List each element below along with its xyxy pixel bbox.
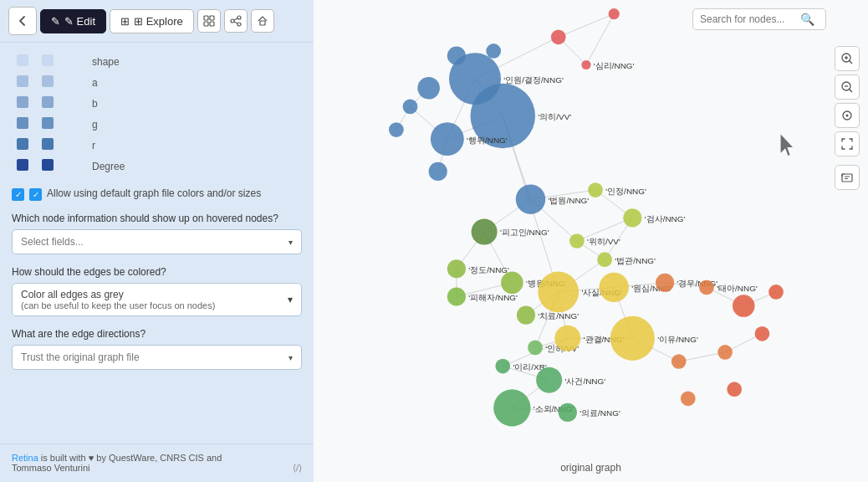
svg-text:'인원/결정/NNG': '인원/결정/NNG' [503,75,564,85]
svg-point-83 [623,208,641,227]
svg-text:'치료/NNG': '치료/NNG' [538,311,579,320]
svg-line-15 [849,89,852,92]
svg-text:'사건/NNG': '사건/NNG' [564,377,605,386]
svg-rect-1 [210,16,214,20]
search-icon[interactable]: 🔍 [800,13,814,26]
svg-point-95 [447,287,466,305]
search-input[interactable] [700,13,800,25]
svg-point-127 [727,382,742,397]
retina-link[interactable]: Retina [12,453,38,463]
svg-point-113 [610,316,655,361]
svg-point-75 [417,77,440,100]
edge-color-section-label: How should the edges be colored? [12,266,302,278]
edge-direction-chevron-icon: ▾ [288,353,293,362]
properties-table: shape a b g r Degree [12,51,302,177]
edge-color-dropdown[interactable]: Color all edges as grey (can be useful t… [12,283,302,316]
svg-text:'인정/NNG': '인정/NNG' [605,187,646,196]
svg-text:'태아/NNG': '태아/NNG' [717,284,758,293]
svg-point-129 [389,122,404,137]
default-color-checkbox1[interactable]: ✓ [12,188,24,201]
svg-point-128 [403,100,418,115]
svg-line-11 [849,60,852,64]
svg-point-85 [472,218,498,244]
property-row-a: a [12,72,302,93]
edit-button[interactable]: ✎ ✎ Edit [40,9,106,33]
app-container: ✎ ✎ Edit ⊞ ⊞ Explore [0,0,868,482]
property-label-degree: Degree [87,156,302,177]
share-button[interactable] [224,9,248,33]
svg-point-99 [599,273,628,302]
svg-point-81 [588,182,603,197]
property-row-shape: shape [12,51,302,72]
svg-point-121 [559,403,577,422]
svg-point-6 [237,23,241,26]
property-label-r: r [87,135,302,156]
chevron-down-icon: ▾ [288,238,293,247]
svg-point-101 [656,274,674,292]
graph-area[interactable]: 🔍 '심리/NNG''인원/결정/NNG''의히/VV''행위/NNG''법원/… [314,0,868,482]
svg-line-22 [559,14,614,38]
property-label-g: g [87,114,302,135]
svg-point-111 [554,326,580,351]
svg-text:'의료/NNG': '의료/NNG' [580,408,620,418]
graph-svg[interactable]: '심리/NNG''인원/결정/NNG''의히/VV''행위/NNG''법원/NN… [314,0,868,482]
edge-color-option: Color all edges as grey [21,289,215,300]
svg-text:'검사/NNG': '검사/NNG' [645,214,686,223]
toolbar: ✎ ✎ Edit ⊞ ⊞ Explore [0,0,314,43]
svg-point-107 [517,306,535,325]
svg-point-5 [231,19,234,23]
svg-point-117 [536,367,562,393]
edge-direction-section-label: What are the edge directions? [12,328,302,340]
svg-point-97 [538,272,579,313]
svg-rect-9 [260,21,265,25]
select-fields-dropdown[interactable]: Select fields... ▾ [12,229,302,254]
property-row-b: b [12,93,302,114]
svg-rect-19 [842,174,852,182]
svg-text:'의히/VV': '의히/VV' [538,112,571,121]
svg-point-109 [528,341,543,356]
zoom-out-button[interactable] [835,74,860,100]
explore-button[interactable]: ⊞ ⊞ Explore [110,9,194,33]
edit-icon: ✎ [51,15,60,28]
default-colors-row: ✓ ✓ Allow using default graph file color… [12,187,302,201]
zoom-controls [835,46,860,190]
default-colors-label: Allow using default graph file colors an… [47,187,261,201]
svg-point-89 [597,252,612,267]
svg-point-91 [447,259,466,278]
svg-point-126 [681,391,696,406]
default-color-checkbox2[interactable]: ✓ [29,188,42,201]
svg-text:'법원/NNG': '법원/NNG' [549,196,590,205]
zoom-in-button[interactable] [835,46,860,71]
svg-text:'이유/NNG': '이유/NNG' [657,335,698,344]
property-row-g: g [12,114,302,135]
property-row-degree: Degree [12,156,302,177]
svg-point-73 [431,122,464,156]
back-button[interactable] [8,7,37,35]
property-label-a: a [87,72,302,93]
svg-text:'법관/NNG': '법관/NNG' [615,256,656,265]
explore-label: ⊞ Explore [134,15,183,28]
svg-point-4 [237,16,241,19]
svg-text:'피해자/NNG': '피해자/NNG' [468,293,518,302]
edge-color-sub: (can be useful to keep the user focus on… [21,300,215,310]
export-button[interactable] [835,165,860,190]
hover-section-label: Which node information should show up on… [12,213,302,224]
svg-line-25 [586,14,614,65]
select-fields-placeholder: Select fields... [21,236,84,248]
home-button[interactable] [251,9,274,33]
svg-marker-130 [781,135,793,156]
layout-button[interactable] [197,9,221,33]
svg-point-66 [609,8,620,19]
footer-line2: Tommaso Venturini [12,463,90,473]
footer-text: is built with ♥ by QuestWare, CNRS CIS a… [41,453,222,463]
center-button[interactable] [835,103,860,128]
svg-point-125 [755,326,770,341]
svg-point-123 [671,354,687,369]
svg-line-8 [234,22,237,23]
fullscreen-button[interactable] [835,131,860,156]
svg-text:'심리/NNG': '심리/NNG' [594,61,635,70]
edge-direction-dropdown[interactable]: Trust the original graph file ▾ [12,345,302,370]
code-icon[interactable]: ⟨/⟩ [293,463,302,474]
footer: Retina is built with ♥ by QuestWare, CNR… [0,444,314,482]
property-row-r: r [12,135,302,156]
